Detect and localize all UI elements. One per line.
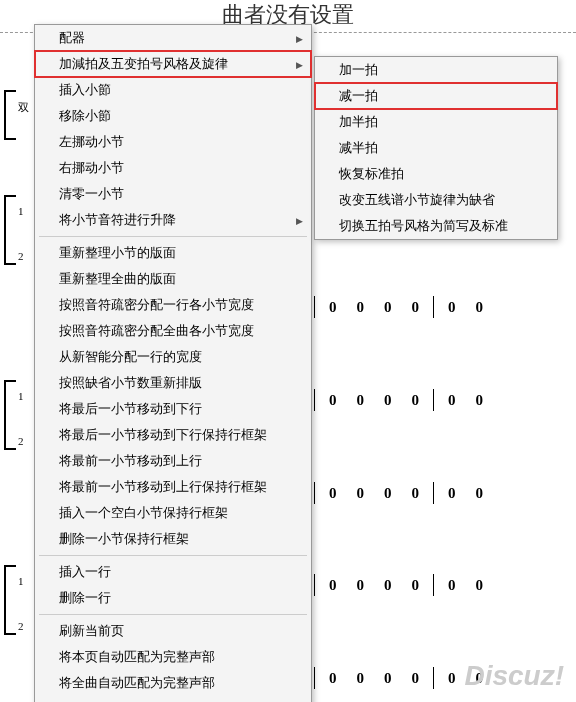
menu-item[interactable]: 移除小節 bbox=[35, 103, 311, 129]
menu-item[interactable]: 从新智能分配一行的宽度 bbox=[35, 344, 311, 370]
menu-item[interactable]: 左挪动小节 bbox=[35, 129, 311, 155]
submenu-item[interactable]: 加半拍 bbox=[315, 109, 557, 135]
menu-item[interactable]: 按照音符疏密分配一行各小节宽度 bbox=[35, 292, 311, 318]
rest-note: 0 bbox=[476, 299, 484, 316]
rest-note: 0 bbox=[329, 670, 337, 687]
rest-note: 0 bbox=[412, 577, 420, 594]
barline bbox=[314, 574, 315, 596]
rest-note: 0 bbox=[384, 299, 392, 316]
menu-item[interactable]: 清除跳房子 bbox=[35, 696, 311, 702]
menu-item[interactable]: 右挪动小节 bbox=[35, 155, 311, 181]
left-label: 1 bbox=[18, 575, 24, 587]
left-brackets: 双 1 2 1 2 1 2 bbox=[0, 60, 30, 702]
bracket-shape bbox=[4, 565, 16, 635]
menu-item[interactable]: 将最后一小节移动到下行 bbox=[35, 396, 311, 422]
left-label: 2 bbox=[18, 435, 24, 447]
submenu-item[interactable]: 改变五线谱小节旋律为缺省 bbox=[315, 187, 557, 213]
barline bbox=[433, 389, 434, 411]
menu-item[interactable]: 配器 bbox=[35, 25, 311, 51]
rest-note: 0 bbox=[357, 670, 365, 687]
menu-item[interactable]: 按照缺省小节数重新排版 bbox=[35, 370, 311, 396]
rest-note: 0 bbox=[357, 392, 365, 409]
rest-note: 0 bbox=[476, 577, 484, 594]
submenu-item[interactable]: 加一拍 bbox=[315, 57, 557, 83]
menu-separator bbox=[39, 236, 307, 237]
menu-item[interactable]: 插入一行 bbox=[35, 559, 311, 585]
menu-item[interactable]: 将小节音符进行升降 bbox=[35, 207, 311, 233]
menu-item[interactable]: 刷新当前页 bbox=[35, 618, 311, 644]
barline bbox=[314, 667, 315, 689]
menu-item[interactable]: 删除一小节保持行框架 bbox=[35, 526, 311, 552]
menu-item[interactable]: 按照音符疏密分配全曲各小节宽度 bbox=[35, 318, 311, 344]
rest-note: 0 bbox=[412, 485, 420, 502]
rest-note: 0 bbox=[448, 299, 456, 316]
left-label: 2 bbox=[18, 250, 24, 262]
menu-item[interactable]: 将全曲自动匹配为完整声部 bbox=[35, 670, 311, 696]
submenu-item[interactable]: 切换五拍号风格为简写及标准 bbox=[315, 213, 557, 239]
submenu-item[interactable]: 恢复标准拍 bbox=[315, 161, 557, 187]
rest-note: 0 bbox=[329, 392, 337, 409]
barline bbox=[314, 482, 315, 504]
left-label: 双 bbox=[18, 100, 29, 115]
submenu-item[interactable]: 减一拍 bbox=[315, 83, 557, 109]
rest-note: 0 bbox=[384, 392, 392, 409]
barline bbox=[314, 296, 315, 318]
barline bbox=[314, 389, 315, 411]
menu-item[interactable]: 将最前一小节移动到上行保持行框架 bbox=[35, 474, 311, 500]
rest-note: 0 bbox=[448, 485, 456, 502]
left-label: 1 bbox=[18, 205, 24, 217]
menu-item[interactable]: 重新整理小节的版面 bbox=[35, 240, 311, 266]
rest-note: 0 bbox=[329, 485, 337, 502]
rest-note: 0 bbox=[448, 577, 456, 594]
rest-note: 0 bbox=[384, 577, 392, 594]
menu-item[interactable]: 重新整理全曲的版面 bbox=[35, 266, 311, 292]
barline bbox=[433, 482, 434, 504]
bracket-shape bbox=[4, 380, 16, 450]
bracket-shape bbox=[4, 90, 16, 140]
rest-note: 0 bbox=[357, 485, 365, 502]
menu-item[interactable]: 删除一行 bbox=[35, 585, 311, 611]
watermark: Discuz! bbox=[464, 660, 564, 692]
rest-note: 0 bbox=[384, 670, 392, 687]
rest-note: 0 bbox=[412, 670, 420, 687]
menu-item[interactable]: 加減拍及五变拍号风格及旋律 bbox=[35, 51, 311, 77]
menu-separator bbox=[39, 555, 307, 556]
barline bbox=[433, 667, 434, 689]
rest-note: 0 bbox=[448, 670, 456, 687]
left-label: 2 bbox=[18, 620, 24, 632]
rest-note: 0 bbox=[412, 392, 420, 409]
rest-note: 0 bbox=[412, 299, 420, 316]
barline bbox=[433, 574, 434, 596]
menu-separator bbox=[39, 614, 307, 615]
sub-context-menu: 加一拍减一拍加半拍减半拍恢复标准拍改变五线谱小节旋律为缺省切换五拍号风格为简写及… bbox=[314, 56, 558, 240]
menu-item[interactable]: 将最前一小节移动到上行 bbox=[35, 448, 311, 474]
menu-item[interactable]: 将最后一小节移动到下行保持行框架 bbox=[35, 422, 311, 448]
menu-item[interactable]: 清零一小节 bbox=[35, 181, 311, 207]
rest-note: 0 bbox=[357, 299, 365, 316]
rest-note: 0 bbox=[476, 485, 484, 502]
menu-item[interactable]: 插入小節 bbox=[35, 77, 311, 103]
main-context-menu: 配器加減拍及五变拍号风格及旋律插入小節移除小節左挪动小节右挪动小节清零一小节将小… bbox=[34, 24, 312, 702]
rest-note: 0 bbox=[448, 392, 456, 409]
rest-note: 0 bbox=[329, 299, 337, 316]
barline bbox=[433, 296, 434, 318]
bracket-shape bbox=[4, 195, 16, 265]
menu-item[interactable]: 插入一个空白小节保持行框架 bbox=[35, 500, 311, 526]
rest-note: 0 bbox=[357, 577, 365, 594]
menu-item[interactable]: 将本页自动匹配为完整声部 bbox=[35, 644, 311, 670]
rest-note: 0 bbox=[329, 577, 337, 594]
rest-note: 0 bbox=[476, 392, 484, 409]
rest-note: 0 bbox=[384, 485, 392, 502]
left-label: 1 bbox=[18, 390, 24, 402]
submenu-item[interactable]: 减半拍 bbox=[315, 135, 557, 161]
